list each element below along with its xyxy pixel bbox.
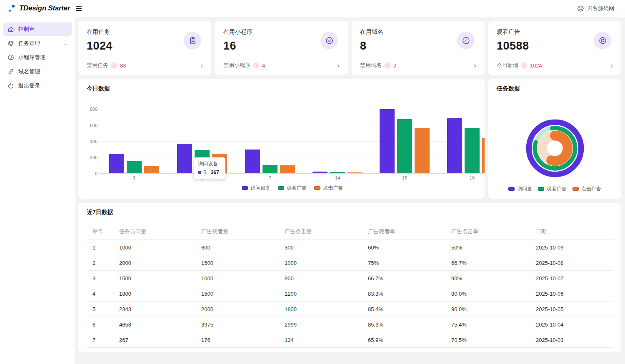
collapse-menu-icon[interactable]: [76, 4, 84, 12]
bar-chart-legend: 访问设备观看广告点击广告: [100, 184, 485, 192]
legend-swatch-icon: [572, 187, 579, 191]
legend-item-访问量[interactable]: 访问量: [508, 185, 532, 192]
chevron-right-icon[interactable]: ›: [337, 63, 340, 68]
table-cell: 1000: [279, 255, 362, 271]
legend-swatch-icon: [278, 186, 284, 190]
table-row: 31500100090066.7%90%2025-10-07: [87, 271, 613, 286]
sidebar-item-2[interactable]: 任务管理⌄: [3, 37, 72, 50]
table-cell: 1500: [113, 271, 195, 286]
sidebar-item-label: 退出登录: [18, 82, 68, 90]
y-axis-tick: 200: [90, 155, 98, 160]
legend-item-点击广告[interactable]: 点击广告: [572, 185, 601, 192]
stat-card-1: 在用任务1024禁用任务↑88›: [78, 21, 211, 75]
trend-up-icon: ↑: [111, 62, 118, 69]
app-title: TDesign Starter: [19, 4, 70, 12]
table-cell: 1: [87, 240, 113, 255]
stat-footer-label: 禁用任务: [87, 62, 108, 69]
user-face-icon: [577, 5, 584, 12]
bar-点击广告: [348, 172, 362, 173]
bar-group-15: [380, 109, 430, 173]
x-axis-label: 15: [402, 175, 407, 180]
header-site-link[interactable]: 刀客源码网: [577, 5, 625, 12]
tooltip-series-name: 访问设备: [198, 160, 221, 167]
bar-点击广告: [415, 128, 430, 173]
stat-cards-row: 在用任务1024禁用任务↑88›在用小程序16禁用小程序↑4›在用域名8禁用域名…: [78, 21, 621, 75]
sidebar-item-label: 任务管理: [18, 40, 60, 47]
chevron-right-icon[interactable]: ›: [474, 63, 476, 68]
donut-chart-title: 任务数据: [497, 85, 520, 92]
table-cell: 66.7%: [362, 271, 445, 286]
table-cell: 65.9%: [362, 332, 445, 348]
table-cell: 900: [279, 271, 362, 286]
table-row: 1100060030060%50%2025-10-09: [87, 240, 613, 255]
sidebar-item-3[interactable]: 小程序管理: [3, 51, 72, 64]
bar-group-7: [245, 150, 295, 173]
table-cell: 1000: [195, 271, 279, 286]
table-cell: 4658: [113, 317, 195, 332]
legend-item-点击广告[interactable]: 点击广告: [314, 184, 343, 192]
table-cell: 75.4%: [445, 317, 530, 332]
table-cell: 90.0%: [445, 302, 530, 317]
table-cell: 2025-10-05: [530, 302, 613, 317]
legend-item-访问设备[interactable]: 访问设备: [242, 184, 270, 192]
table-col-header: 日期: [530, 224, 613, 240]
donut-chart-legend: 访问量观看广告点击广告: [488, 185, 621, 192]
stat-footer-label: 禁用小程序: [223, 62, 250, 69]
clipboard-icon: [184, 32, 201, 49]
today-data-panel: 今日数据 0200400600800357141516 访问设备观看广告点击广告…: [78, 79, 485, 199]
stat-footer-value: 1024: [530, 62, 542, 69]
table-cell: 2025-10-06: [530, 286, 613, 302]
x-axis-label: 3: [133, 175, 135, 180]
table-cell: 80.0%: [445, 286, 530, 302]
stat-card-footer: 今日新增↑1024›: [497, 62, 613, 69]
sidebar-item-label: 控制台: [18, 25, 68, 33]
legend-swatch-icon: [538, 187, 544, 191]
table-cell: 3975: [195, 317, 279, 332]
app-logo[interactable]: TDesign Starter: [0, 4, 70, 12]
sidebar-item-5[interactable]: 退出登录: [3, 79, 72, 92]
stat-card-3: 在用域名8禁用域名↑2›: [352, 21, 485, 75]
home-icon: [8, 26, 14, 32]
sidebar-item-1[interactable]: 控制台: [3, 22, 72, 36]
table-col-header: 广告点击率: [445, 224, 530, 240]
bar-观看广告: [465, 128, 480, 173]
table-cell: 50%: [445, 240, 530, 255]
sidebar-item-label: 域名管理: [18, 68, 68, 75]
trend-up-icon: ↑: [253, 62, 260, 69]
table-cell: 5: [87, 302, 113, 317]
table-cell: 60%: [362, 240, 445, 255]
stat-card-footer: 禁用任务↑88›: [87, 62, 203, 69]
table-cell: 2000: [113, 255, 195, 271]
table-cell: 6: [87, 317, 113, 332]
tdesign-logo-icon: [8, 5, 15, 12]
bar-访问设备: [177, 144, 192, 173]
table-cell: 600: [195, 240, 279, 255]
clock-icon: [457, 32, 475, 49]
table-row: 646583975299985.3%75.4%2025-10-04: [87, 317, 613, 332]
bar-chart-title: 今日数据: [87, 85, 110, 92]
chevron-down-icon: ⌄: [64, 41, 68, 46]
bar-访问设备: [447, 118, 462, 173]
legend-swatch-icon: [508, 187, 515, 191]
chevron-right-icon[interactable]: ›: [200, 63, 203, 68]
chevron-right-icon[interactable]: ›: [610, 63, 613, 68]
table-title: 近7日数据: [87, 209, 613, 216]
table-cell: 66.7%: [445, 255, 530, 271]
table-row: 726717612465.9%70.5%2025-10-03: [87, 332, 613, 348]
table-cell: 124: [279, 332, 362, 348]
tooltip-series-dot-icon: [198, 171, 201, 174]
table-row: 418001500120083.3%80.0%2025-10-06: [87, 286, 613, 302]
legend-label: 访问设备: [250, 184, 270, 192]
legend-item-观看广告[interactable]: 观看广告: [538, 185, 567, 192]
bar-观看广告: [127, 161, 142, 173]
legend-label: 观看广告: [547, 185, 567, 192]
last7days-panel: 近7日数据 序号任务访问量广告观看量广告点击量广告观看率广告点击率日期 1100…: [78, 203, 621, 352]
stat-footer-label: 今日新增: [497, 62, 518, 69]
table-cell: 2025-10-04: [530, 317, 613, 332]
legend-item-观看广告[interactable]: 观看广告: [278, 184, 307, 192]
bar-访问设备: [245, 150, 260, 173]
bar-访问设备: [312, 172, 328, 173]
sidebar-item-4[interactable]: 域名管理: [3, 65, 72, 78]
table-col-header: 广告点击量: [279, 224, 362, 240]
legend-label: 点击广告: [581, 185, 601, 192]
